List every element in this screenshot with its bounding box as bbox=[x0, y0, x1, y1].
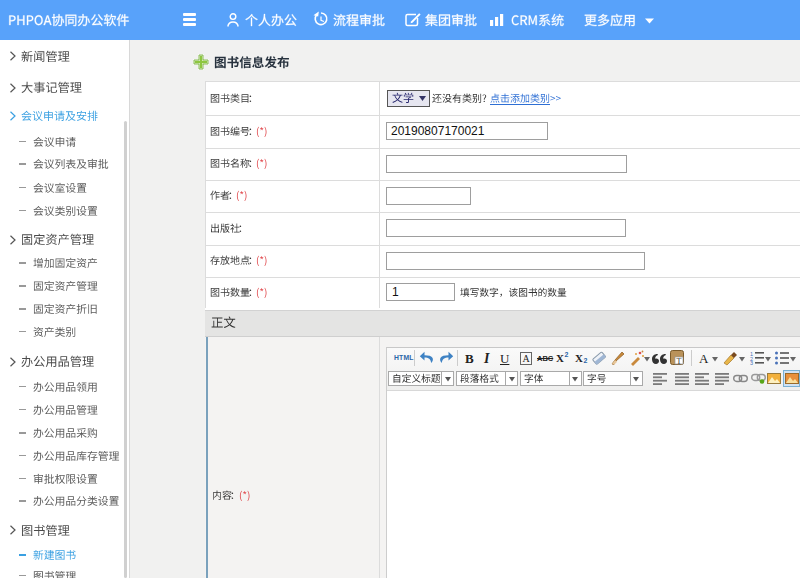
svg-text:T: T bbox=[677, 357, 682, 366]
svg-text:3: 3 bbox=[750, 360, 753, 365]
